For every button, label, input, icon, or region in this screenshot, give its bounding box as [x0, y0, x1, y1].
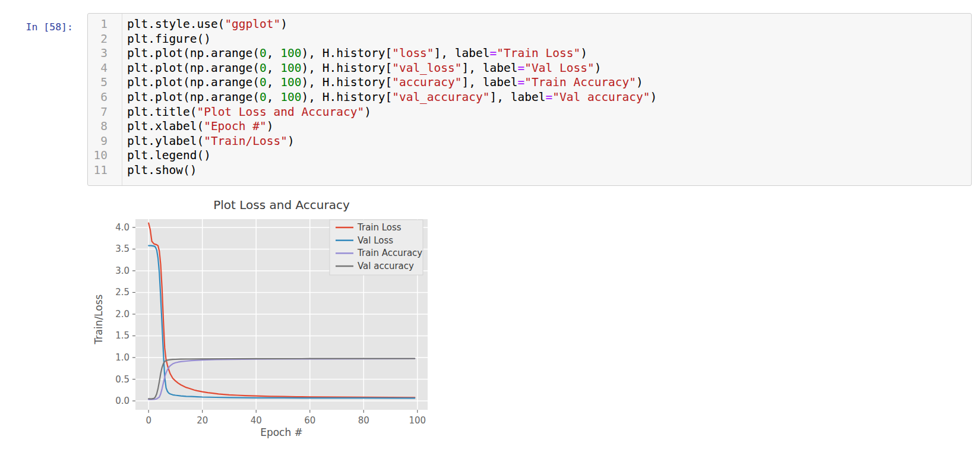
line-number: 2 — [88, 32, 122, 47]
legend-label: Train Loss — [357, 222, 402, 233]
chart-title: Plot Loss and Accuracy — [213, 198, 350, 212]
loss-accuracy-chart: 0204060801000.00.51.01.52.02.53.03.54.0P… — [89, 188, 445, 439]
code-text: plt.style.use("ggplot") — [122, 17, 287, 32]
code-text: plt.plot(np.arange(0, 100), H.history["a… — [122, 75, 643, 90]
tick-label-y: 3.0 — [115, 265, 129, 276]
code-text: plt.show() — [122, 163, 197, 178]
line-number: 5 — [88, 75, 122, 90]
line-number: 3 — [88, 46, 122, 61]
tick-label-y: 0.5 — [115, 374, 129, 385]
code-line[interactable]: 9plt.ylabel("Train/Loss") — [88, 134, 971, 149]
code-line[interactable]: 11plt.show() — [88, 163, 971, 178]
code-line[interactable]: 8plt.xlabel("Epoch #") — [88, 119, 971, 134]
legend-label: Val Loss — [358, 235, 393, 246]
code-line[interactable]: 1plt.style.use("ggplot") — [88, 17, 971, 32]
x-axis-label: Epoch # — [260, 426, 303, 438]
line-number: 9 — [88, 134, 122, 149]
legend-label: Train Accuracy — [357, 248, 422, 258]
line-number: 8 — [88, 119, 122, 134]
code-text: plt.legend() — [122, 148, 211, 163]
code-line[interactable]: 7plt.title("Plot Loss and Accuracy") — [88, 105, 971, 120]
line-number: 10 — [88, 148, 122, 163]
code-text: plt.ylabel("Train/Loss") — [122, 134, 295, 149]
tick-label-y: 3.5 — [115, 244, 129, 254]
tick-label-y: 0.0 — [115, 396, 129, 406]
code-text: plt.plot(np.arange(0, 100), H.history["l… — [122, 46, 587, 61]
line-number: 7 — [88, 105, 122, 120]
legend-label: Val accuracy — [358, 261, 414, 271]
tick-label-y: 2.0 — [115, 309, 129, 320]
code-line[interactable]: 6plt.plot(np.arange(0, 100), H.history["… — [88, 90, 971, 105]
code-line[interactable]: 3plt.plot(np.arange(0, 100), H.history["… — [88, 46, 971, 61]
code-text: plt.xlabel("Epoch #") — [122, 119, 274, 134]
code-text: plt.plot(np.arange(0, 100), H.history["v… — [122, 61, 601, 76]
tick-label-y: 2.5 — [115, 287, 129, 298]
tick-label-y: 1.5 — [115, 330, 129, 341]
code-text: plt.figure() — [122, 32, 211, 47]
code-line[interactable]: 5plt.plot(np.arange(0, 100), H.history["… — [88, 75, 971, 90]
code-line[interactable]: 4plt.plot(np.arange(0, 100), H.history["… — [88, 61, 971, 76]
code-text: plt.title("Plot Loss and Accuracy") — [122, 105, 371, 120]
chart-legend: Train LossVal LossTrain AccuracyVal accu… — [330, 220, 423, 275]
tick-label-x: 40 — [251, 415, 262, 426]
y-axis-label: Train/Loss — [93, 294, 105, 344]
tick-label-x: 80 — [358, 415, 369, 426]
line-number: 4 — [88, 61, 122, 76]
code-cell[interactable]: 1plt.style.use("ggplot")2plt.figure()3pl… — [87, 13, 972, 186]
code-text: plt.plot(np.arange(0, 100), H.history["v… — [122, 90, 657, 105]
output-figure: 0204060801000.00.51.01.52.02.53.03.54.0P… — [89, 188, 445, 439]
code-line[interactable]: 10plt.legend() — [88, 148, 971, 163]
tick-label-y: 4.0 — [115, 222, 129, 233]
line-number: 6 — [88, 90, 122, 105]
tick-label-x: 0 — [146, 415, 151, 426]
tick-label-x: 20 — [197, 415, 208, 426]
tick-label-x: 100 — [409, 415, 426, 426]
input-prompt: In [58]: — [0, 20, 73, 34]
line-number: 1 — [88, 17, 122, 32]
tick-label-y: 1.0 — [115, 352, 129, 363]
tick-label-x: 60 — [304, 415, 315, 426]
line-number: 11 — [88, 163, 122, 178]
code-line[interactable]: 2plt.figure() — [88, 32, 971, 47]
